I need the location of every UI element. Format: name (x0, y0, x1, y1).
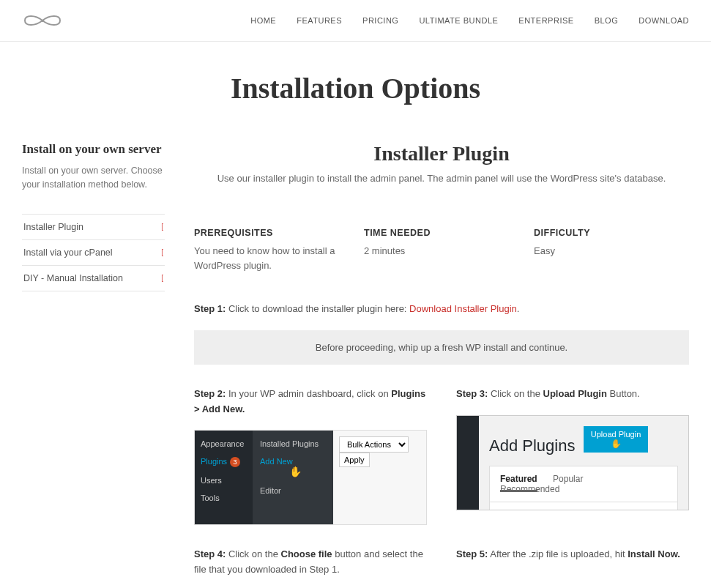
sidebar-item-cpanel[interactable]: Install via your cPanel [ (22, 240, 165, 266)
wp-admin-sidebar-collapsed (457, 416, 479, 510)
wp-content-area: Bulk Actions Apply (333, 431, 426, 524)
add-plugins-heading: Add Plugins (489, 436, 575, 455)
wp-menu-plugins: Plugins3 (195, 453, 253, 472)
badge-icon: 3 (230, 457, 240, 467)
step-bold: Install Now. (628, 548, 680, 559)
nav-ultimate-bundle[interactable]: ULTIMATE BUNDLE (419, 16, 498, 25)
wp-menu-appearance: Appearance (195, 435, 253, 453)
nav-enterprise[interactable]: ENTERPRISE (518, 16, 573, 25)
step-label: Step 2: (194, 388, 226, 399)
wp-menu-tools: Tools (195, 489, 253, 507)
meta-difficulty: DIFFICULTY Easy (534, 228, 689, 272)
step-2: Step 2: In your WP admin dashboard, clic… (194, 387, 427, 417)
meta-value: You need to know how to install a WordPr… (194, 244, 349, 272)
nav-blog[interactable]: BLOG (595, 16, 619, 25)
step-bold: Choose file (281, 548, 332, 559)
meta-heading: TIME NEEDED (364, 228, 519, 238)
meta-heading: PREREQUISITES (194, 228, 349, 238)
step-label: Step 1: (194, 303, 226, 314)
step-label: Step 4: (194, 548, 226, 559)
step-bold: Upload Plugin (543, 388, 607, 399)
meta-value: Easy (534, 244, 689, 258)
sidebar-list: Installer Plugin [ Install via your cPan… (22, 214, 165, 291)
step-3: Step 3: Click on the Upload Plugin Butto… (456, 387, 689, 402)
wp-flyout: Installed Plugins Add New✋ Editor (253, 431, 333, 524)
notice-box: Before proceeding, whip up a fresh WP in… (194, 330, 689, 365)
plugins-desc: Plugins extend and expand the functional… (489, 502, 678, 510)
step-text: Click on the (226, 548, 280, 559)
tab-popular: Popular (553, 474, 583, 484)
step-1: Step 1: Click to download the installer … (194, 302, 689, 317)
wp-flyout-addnew: Add New✋ (253, 453, 333, 482)
step-text: Click on the (488, 388, 543, 399)
sidebar: Install on your own server Install on yo… (22, 142, 165, 291)
step-label: Step 5: (456, 548, 488, 559)
chevron-right-icon: [ (161, 223, 163, 231)
step-text: Button. (607, 388, 640, 399)
chevron-right-icon: [ (161, 248, 163, 256)
meta-heading: DIFFICULTY (534, 228, 689, 238)
download-installer-link[interactable]: Download Installer Plugin (409, 303, 517, 314)
top-nav: HOME FEATURES PRICING ULTIMATE BUNDLE EN… (250, 16, 689, 25)
sidebar-item-diy[interactable]: DIY - Manual Installation [ (22, 266, 165, 291)
chevron-right-icon: [ (161, 274, 163, 282)
tab-recommended: Recommended (500, 484, 559, 494)
sidebar-heading: Install on your own server (22, 142, 165, 157)
meta-row: PREREQUISITES You need to know how to in… (194, 228, 689, 272)
screenshot-upload-plugin: Add Plugins Upload Plugin✋ Featured Popu… (456, 415, 689, 510)
wp-admin-sidebar: Appearance Plugins3 Users Tools (195, 431, 253, 524)
step-text: In your WP admin dashboard, click on (226, 388, 391, 399)
logo[interactable] (18, 10, 67, 31)
page-title: Installation Options (0, 71, 711, 105)
main-content: Installer Plugin Use our installer plugi… (194, 142, 689, 588)
screenshot-plugins-menu: Appearance Plugins3 Users Tools Installe… (194, 430, 427, 525)
nav-home[interactable]: HOME (250, 16, 276, 25)
plugin-tabs: Featured Popular Recommended (489, 466, 678, 502)
wp-menu-users: Users (195, 472, 253, 489)
section-subtitle: Use our installer plugin to install the … (194, 173, 689, 184)
upload-plugin-button: Upload Plugin✋ (584, 426, 649, 453)
step-text: After the .zip file is uploaded, hit (488, 548, 628, 559)
step-text: Click to download the installer plugin h… (226, 303, 409, 314)
sidebar-item-label: Installer Plugin (23, 222, 83, 232)
nav-download[interactable]: DOWNLOAD (639, 16, 689, 25)
bulk-actions-select: Bulk Actions (339, 436, 409, 453)
sidebar-item-installer-plugin[interactable]: Installer Plugin [ (22, 215, 165, 240)
nav-features[interactable]: FEATURES (297, 16, 342, 25)
sidebar-item-label: Install via your cPanel (23, 248, 113, 258)
step-label: Step 3: (456, 388, 488, 399)
wp-flyout-installed: Installed Plugins (253, 435, 333, 453)
cursor-icon: ✋ (289, 466, 302, 477)
meta-value: 2 minutes (364, 244, 519, 258)
meta-time-needed: TIME NEEDED 2 minutes (364, 228, 519, 272)
top-bar: HOME FEATURES PRICING ULTIMATE BUNDLE EN… (0, 0, 711, 42)
nav-pricing[interactable]: PRICING (362, 16, 398, 25)
step-4: Step 4: Click on the Choose file button … (194, 547, 427, 578)
step-5: Step 5: After the .zip file is uploaded,… (456, 547, 689, 562)
wp-flyout-editor: Editor (253, 482, 333, 499)
sidebar-item-label: DIY - Manual Installation (23, 273, 123, 283)
section-title: Installer Plugin (194, 142, 689, 165)
meta-prerequisites: PREREQUISITES You need to know how to in… (194, 228, 349, 272)
apply-button: Apply (339, 453, 370, 467)
sidebar-intro: Install on your own server. Choose your … (22, 164, 165, 192)
